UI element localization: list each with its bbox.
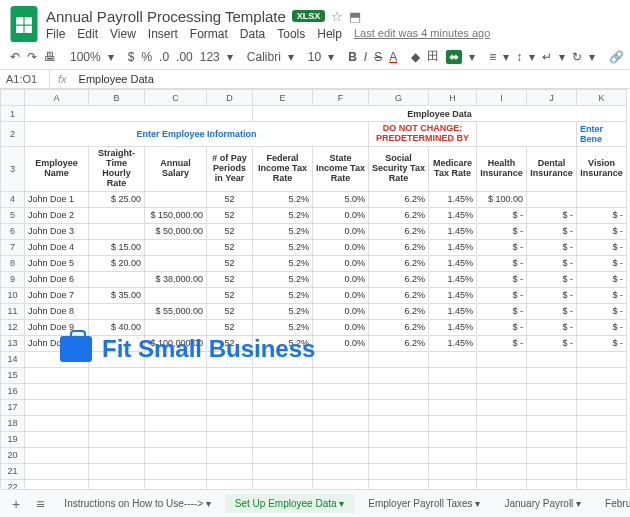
cell[interactable] [89,383,145,399]
chevron-down-icon[interactable]: ▾ [529,50,535,64]
cell[interactable] [313,383,369,399]
cell[interactable] [145,399,207,415]
font-size[interactable]: 10 [308,50,321,64]
cell[interactable]: 14 [1,351,25,367]
cell[interactable] [527,447,577,463]
cell[interactable] [429,399,477,415]
cell[interactable] [253,463,313,479]
cell[interactable]: $ - [477,207,527,223]
cell[interactable]: 1.45% [429,191,477,207]
cell[interactable] [477,431,527,447]
cell[interactable] [313,447,369,463]
cell[interactable]: Employee Data [253,106,627,122]
cell[interactable]: $ 50,000.00 [145,223,207,239]
cell[interactable]: $ - [477,271,527,287]
cell[interactable] [429,415,477,431]
cell[interactable] [25,383,89,399]
cell[interactable]: $ 15.00 [89,239,145,255]
cell[interactable] [577,415,627,431]
cell[interactable]: 6.2% [369,271,429,287]
text-color-icon[interactable]: A [389,50,397,64]
cell[interactable] [207,479,253,489]
cell[interactable]: 0.0% [313,335,369,351]
chevron-down-icon[interactable]: ▾ [108,50,114,64]
cell[interactable] [253,447,313,463]
cell[interactable]: $ 100.00 [477,191,527,207]
cell[interactable]: $ - [527,239,577,255]
menu-insert[interactable]: Insert [148,27,178,41]
borders-icon[interactable]: 田 [427,48,439,65]
cell[interactable] [145,367,207,383]
cell[interactable]: Federal Income Tax Rate [253,147,313,192]
cell[interactable]: John Doe 8 [25,303,89,319]
cell[interactable] [577,399,627,415]
cell[interactable] [89,431,145,447]
cell[interactable] [313,367,369,383]
cell[interactable]: 20 [1,447,25,463]
tab-february[interactable]: February Payroll ▾ [595,494,630,513]
cell[interactable] [145,319,207,335]
cell[interactable] [89,367,145,383]
cell[interactable]: 6.2% [369,191,429,207]
cell[interactable]: 0.0% [313,255,369,271]
cell-reference[interactable]: A1:O1 [0,70,50,88]
dec-increase-icon[interactable]: .00 [176,50,193,64]
cell[interactable]: $ - [477,335,527,351]
all-sheets-button[interactable]: ≡ [30,496,50,512]
cell[interactable] [369,479,429,489]
last-edit[interactable]: Last edit was 4 minutes ago [354,27,490,41]
cell[interactable] [253,479,313,489]
cell[interactable]: 52 [207,271,253,287]
cell[interactable]: $ - [577,255,627,271]
cell[interactable] [313,351,369,367]
cell[interactable]: John Doe 7 [25,287,89,303]
cell[interactable]: 5.2% [253,287,313,303]
cell[interactable] [145,383,207,399]
cell[interactable] [25,463,89,479]
cell[interactable]: 8 [1,255,25,271]
cell[interactable] [477,351,527,367]
cell[interactable] [577,479,627,489]
cell[interactable]: $ - [527,271,577,287]
dec-decrease-icon[interactable]: .0 [159,50,169,64]
wrap-icon[interactable]: ↵ [542,50,552,64]
format-123[interactable]: 123 [200,50,220,64]
chevron-down-icon[interactable]: ▾ [328,50,334,64]
cell[interactable]: $ 35.00 [89,287,145,303]
cell[interactable] [527,367,577,383]
cell[interactable] [429,479,477,489]
cell[interactable] [477,367,527,383]
link-icon[interactable]: 🔗 [609,50,624,64]
cell[interactable]: $ 150,000.00 [145,207,207,223]
cell[interactable] [145,431,207,447]
cell[interactable] [429,367,477,383]
cell[interactable]: 6.2% [369,207,429,223]
percent-icon[interactable]: % [141,50,152,64]
cell[interactable] [207,463,253,479]
cell[interactable] [207,367,253,383]
cell[interactable] [25,399,89,415]
cell[interactable]: $ - [577,319,627,335]
cell[interactable]: 13 [1,335,25,351]
menu-help[interactable]: Help [317,27,342,41]
cell[interactable]: 11 [1,303,25,319]
cell[interactable] [527,463,577,479]
cell[interactable]: $ 20.00 [89,255,145,271]
cell[interactable]: 6.2% [369,303,429,319]
tab-employee-data[interactable]: Set Up Employee Data ▾ [225,494,355,513]
cell[interactable]: $ - [477,319,527,335]
cell[interactable] [313,399,369,415]
cell[interactable]: Straight-Time Hourly Rate [89,147,145,192]
cell[interactable]: 18 [1,415,25,431]
cell[interactable]: $ - [477,287,527,303]
cell[interactable]: F [313,90,369,106]
cell[interactable]: John Doe 6 [25,271,89,287]
print-icon[interactable]: 🖶 [44,50,56,64]
cell[interactable]: 52 [207,303,253,319]
cell[interactable]: Dental Insurance [527,147,577,192]
menu-file[interactable]: File [46,27,65,41]
cell[interactable]: J [527,90,577,106]
rotate-icon[interactable]: ↻ [572,50,582,64]
doc-title[interactable]: Annual Payroll Processing Template [46,8,286,25]
cell[interactable]: DO NOT CHANGE: PREDETERMINED BY [369,122,477,147]
